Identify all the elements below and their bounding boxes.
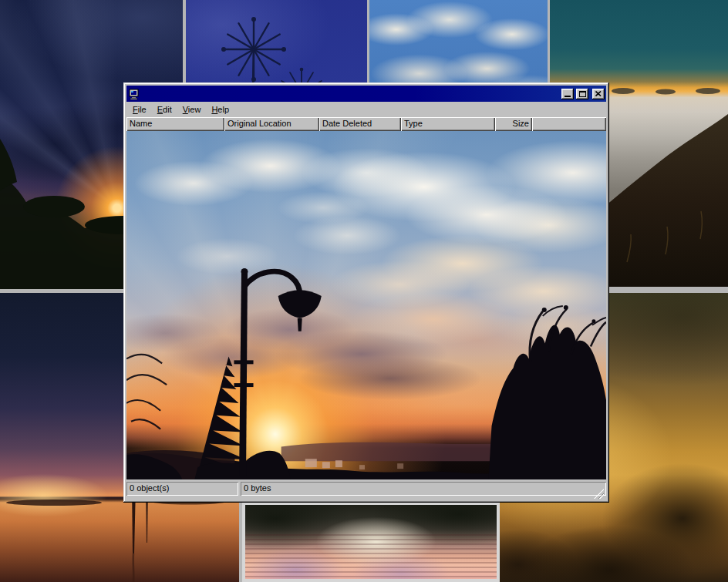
column-header-original-location[interactable]: Original Location (224, 117, 319, 131)
window-titlebar[interactable] (126, 86, 606, 102)
minimize-icon (565, 96, 571, 97)
minimize-button[interactable] (561, 89, 574, 99)
close-button[interactable] (592, 89, 605, 99)
column-header-blank[interactable] (532, 117, 606, 131)
recycle-bin-window: File Edit View Help Name Original Locati… (123, 82, 609, 503)
menu-edit[interactable]: Edit (152, 103, 177, 116)
list-column-headers: Name Original Location Date Deleted Type… (126, 117, 606, 131)
column-header-date-deleted[interactable]: Date Deleted (319, 117, 401, 131)
status-object-count: 0 object(s) (126, 482, 238, 496)
sunset-silhouettes (126, 131, 606, 479)
menu-view[interactable]: View (177, 103, 207, 116)
column-header-name[interactable]: Name (126, 117, 224, 131)
status-bar: 0 object(s) 0 bytes (126, 479, 606, 500)
column-header-size[interactable]: Size (495, 117, 532, 131)
maximize-icon (579, 91, 586, 97)
column-header-type[interactable]: Type (401, 117, 495, 131)
menu-help[interactable]: Help (206, 103, 234, 116)
maximize-button[interactable] (576, 89, 588, 99)
list-view-empty-area[interactable] (126, 131, 606, 479)
status-byte-count: 0 bytes (241, 482, 606, 496)
menu-bar: File Edit View Help (126, 102, 606, 117)
computer-monitor-icon (128, 88, 140, 100)
client-wallpaper-sunset-photo (126, 131, 606, 479)
menu-file[interactable]: File (127, 103, 152, 116)
water-ripples-photo (245, 505, 497, 579)
close-icon (595, 91, 602, 96)
wallpaper-tile-water-ripples (242, 502, 500, 582)
